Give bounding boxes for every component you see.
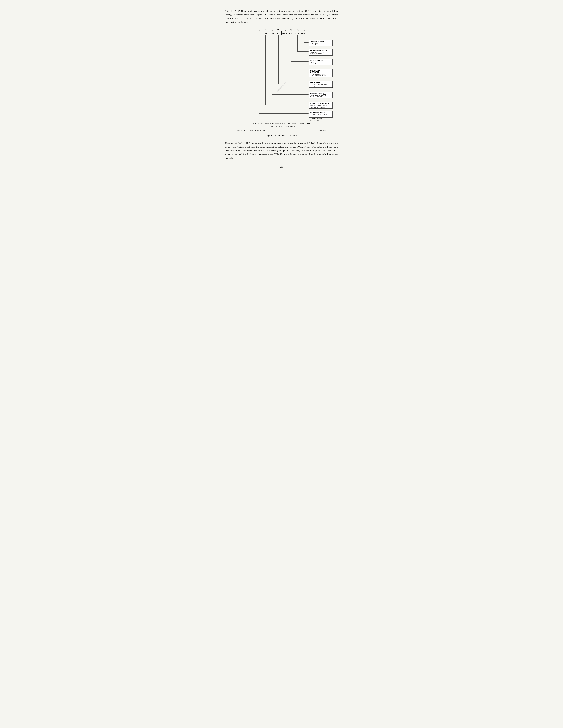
svg-text:1 = ENABLE SEARCH FOR: 1 = ENABLE SEARCH FOR — [310, 114, 327, 115]
reg-cell-eh: EH — [257, 31, 263, 35]
caption-label: COMMAND INSTRUCTION FORMAT — [237, 129, 265, 131]
reg-cell-txen: TxEN — [300, 31, 306, 35]
figure-note: NOTE: ERROR RESET MUST BE PERFORMED WHEN… — [230, 122, 333, 127]
bit-label-d3: D3 — [282, 28, 288, 31]
bit-label-d7: D7 — [256, 28, 262, 31]
mr-label: MR-8068 — [319, 129, 326, 131]
svg-text:ENTER HUNT MODE*: ENTER HUNT MODE* — [310, 112, 325, 113]
svg-text:1 = ENABLE: 1 = ENABLE — [310, 42, 317, 44]
command-diagram-svg: TRANSMIT ENABLE 1 = ENABLE 0 = DISABLE D… — [230, 35, 333, 121]
svg-marker-31 — [307, 83, 309, 84]
svg-marker-38 — [307, 94, 309, 95]
svg-text:IN ASYNC MODE): IN ASYNC MODE) — [310, 120, 321, 121]
bit-label-d0: D0 — [301, 28, 307, 31]
svg-text:DATA TERMINAL READY: DATA TERMINAL READY — [310, 50, 328, 51]
svg-text:TRANSMIT ENABLE: TRANSMIT ENABLE — [310, 40, 324, 42]
bit-label-d6: D6 — [262, 28, 269, 31]
svg-text:INTERNAL RESET : "HIGH": INTERNAL RESET : "HIGH" — [310, 103, 329, 105]
bit-label-d1: D1 — [294, 28, 301, 31]
svg-text:SYNC CHARACTERS: SYNC CHARACTERS — [310, 115, 323, 117]
svg-marker-2 — [307, 42, 309, 43]
register-row: EH IR RTS ER SBRK RxE DTR TxEN — [230, 31, 333, 35]
svg-marker-9 — [307, 51, 309, 52]
svg-text:1 = ENABLE: 1 = ENABLE — [310, 62, 317, 63]
svg-text:* (HAS NO EFFECT: * (HAS NO EFFECT — [310, 118, 322, 120]
svg-text:REQUEST TO SEND: REQUEST TO SEND — [310, 92, 324, 94]
reg-cell-er: ER — [275, 31, 282, 35]
body-paragraph: The status of the PUSART can be read by … — [225, 141, 338, 160]
svg-text:CHARACTER: CHARACTER — [310, 71, 319, 73]
svg-text:1 = RESET ERROR FLAGS: 1 = RESET ERROR FLAGS — [310, 84, 327, 85]
figure-caption: Figure 6-9 Command Instruction — [225, 134, 338, 137]
svg-text:0 = DISABLE: 0 = DISABLE — [310, 63, 318, 65]
reg-cell-ir: IR — [263, 31, 269, 35]
svg-text:OUTPUT TO ZERO.: OUTPUT TO ZERO. — [310, 53, 322, 55]
reg-cell-rxe: RxE — [287, 31, 294, 35]
svg-marker-52 — [307, 113, 309, 114]
svg-text:RETURNS 8251A TO MODE: RETURNS 8251A TO MODE — [310, 105, 327, 106]
svg-text:INSTRUCTION FORMAT: INSTRUCTION FORMAT — [310, 106, 325, 108]
svg-text:OUTPUT TO ZERO: OUTPUT TO ZERO — [310, 96, 322, 97]
svg-text:SEND BREAK: SEND BREAK — [310, 69, 320, 71]
bit-label-d4: D4 — [275, 28, 282, 31]
svg-text:"HIGH" WILL FORCE RTS: "HIGH" WILL FORCE RTS — [310, 94, 326, 96]
svg-marker-23 — [307, 71, 309, 72]
svg-marker-16 — [307, 61, 309, 62]
svg-text:ERROR RESET: ERROR RESET — [310, 82, 321, 83]
intro-paragraph: After the PUSART mode of operation is se… — [225, 9, 338, 24]
page-number: 6-23 — [225, 166, 338, 168]
svg-text:manualshive.com: manualshive.com — [276, 82, 286, 92]
svg-text:RECEIVE ENABLE: RECEIVE ENABLE — [310, 60, 323, 61]
svg-text:"HIGH" WILL FORCE DTR: "HIGH" WILL FORCE DTR — [310, 52, 326, 53]
bit-labels-row: D7 D6 D5 D4 D3 D2 D1 D0 — [230, 28, 333, 31]
figure-container: D7 D6 D5 D4 D3 D2 D1 D0 EH IR RTS ER SBR… — [230, 28, 333, 131]
svg-text:0 = NORMAL OPERATION: 0 = NORMAL OPERATION — [310, 75, 326, 76]
bit-label-d5: D5 — [269, 28, 275, 31]
bit-label-d2: D2 — [288, 28, 294, 31]
svg-text:0 = DISABLE: 0 = DISABLE — [310, 44, 318, 45]
reg-cell-sbrk: SBRK — [282, 31, 288, 35]
svg-marker-45 — [307, 104, 309, 105]
reg-cell-rts: RTS — [269, 31, 276, 35]
reg-cell-dtr: DTR — [294, 31, 300, 35]
svg-text:PE, OE, FE: PE, OE, FE — [310, 85, 317, 87]
